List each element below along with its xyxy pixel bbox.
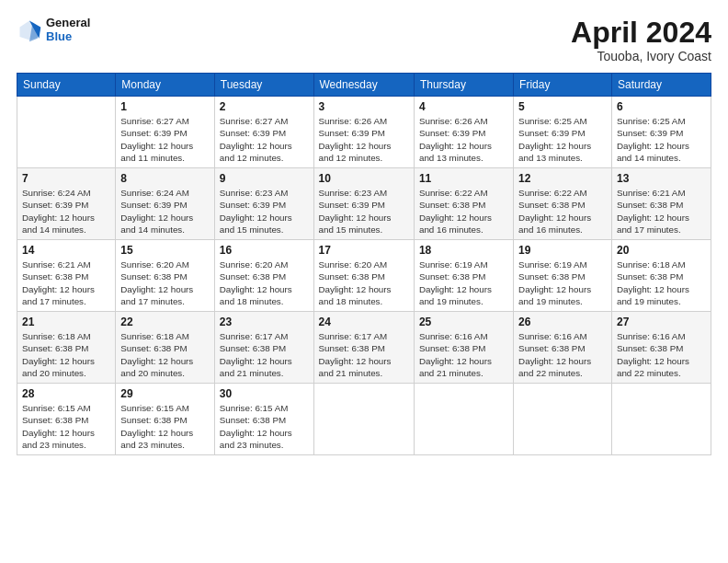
logo-text: General Blue	[46, 17, 90, 44]
day-number: 1	[120, 100, 209, 113]
calendar-cell: 3Sunrise: 6:26 AMSunset: 6:39 PMDaylight…	[313, 97, 414, 168]
day-number: 8	[120, 172, 209, 185]
day-detail: Sunrise: 6:17 AMSunset: 6:38 PMDaylight:…	[220, 330, 309, 379]
calendar-cell: 22Sunrise: 6:18 AMSunset: 6:38 PMDayligh…	[116, 312, 214, 384]
day-number: 17	[319, 244, 409, 257]
calendar-cell: 11Sunrise: 6:22 AMSunset: 6:38 PMDayligh…	[414, 168, 513, 240]
day-detail: Sunrise: 6:25 AMSunset: 6:39 PMDaylight:…	[518, 115, 607, 164]
day-detail: Sunrise: 6:15 AMSunset: 6:38 PMDaylight:…	[120, 402, 209, 451]
day-number: 13	[617, 172, 706, 185]
calendar-cell: 7Sunrise: 6:24 AMSunset: 6:39 PMDaylight…	[17, 168, 116, 240]
calendar-cell: 15Sunrise: 6:20 AMSunset: 6:38 PMDayligh…	[116, 240, 214, 312]
day-detail: Sunrise: 6:27 AMSunset: 6:39 PMDaylight:…	[120, 115, 209, 164]
day-number: 28	[22, 387, 110, 400]
day-detail: Sunrise: 6:19 AMSunset: 6:38 PMDaylight:…	[518, 259, 607, 307]
day-detail: Sunrise: 6:20 AMSunset: 6:38 PMDaylight:…	[319, 259, 409, 307]
logo-icon	[17, 17, 42, 43]
day-number: 6	[617, 100, 706, 113]
week-row-2: 7Sunrise: 6:24 AMSunset: 6:39 PMDaylight…	[17, 168, 711, 240]
day-number: 11	[419, 172, 508, 185]
calendar-cell: 28Sunrise: 6:15 AMSunset: 6:38 PMDayligh…	[17, 384, 116, 455]
logo: General Blue	[17, 17, 90, 44]
calendar-cell: 8Sunrise: 6:24 AMSunset: 6:39 PMDaylight…	[116, 168, 214, 240]
calendar-cell: 10Sunrise: 6:23 AMSunset: 6:39 PMDayligh…	[313, 168, 414, 240]
day-detail: Sunrise: 6:27 AMSunset: 6:39 PMDaylight:…	[220, 115, 309, 164]
week-row-4: 21Sunrise: 6:18 AMSunset: 6:38 PMDayligh…	[17, 312, 711, 384]
day-number: 23	[220, 316, 309, 328]
weekday-header-row: SundayMondayTuesdayWednesdayThursdayFrid…	[17, 74, 711, 97]
header: General Blue April 2024 Touoba, Ivory Co…	[17, 17, 711, 63]
day-detail: Sunrise: 6:20 AMSunset: 6:38 PMDaylight:…	[120, 259, 209, 307]
day-number: 7	[22, 172, 110, 185]
day-detail: Sunrise: 6:23 AMSunset: 6:39 PMDaylight:…	[220, 187, 309, 236]
day-detail: Sunrise: 6:21 AMSunset: 6:38 PMDaylight:…	[617, 187, 706, 236]
day-detail: Sunrise: 6:23 AMSunset: 6:39 PMDaylight:…	[319, 187, 409, 236]
calendar-table: SundayMondayTuesdayWednesdayThursdayFrid…	[17, 73, 711, 455]
calendar-cell: 24Sunrise: 6:17 AMSunset: 6:38 PMDayligh…	[313, 312, 414, 384]
day-detail: Sunrise: 6:25 AMSunset: 6:39 PMDaylight:…	[617, 115, 706, 164]
weekday-header-sunday: Sunday	[17, 74, 116, 97]
day-number: 4	[419, 100, 508, 113]
calendar-cell: 1Sunrise: 6:27 AMSunset: 6:39 PMDaylight…	[116, 97, 214, 168]
day-detail: Sunrise: 6:18 AMSunset: 6:38 PMDaylight:…	[22, 330, 110, 379]
logo-line1: General	[46, 17, 90, 30]
week-row-1: 1Sunrise: 6:27 AMSunset: 6:39 PMDaylight…	[17, 97, 711, 168]
calendar-cell: 29Sunrise: 6:15 AMSunset: 6:38 PMDayligh…	[116, 384, 214, 455]
calendar-cell: 6Sunrise: 6:25 AMSunset: 6:39 PMDaylight…	[611, 97, 711, 168]
day-detail: Sunrise: 6:15 AMSunset: 6:38 PMDaylight:…	[220, 402, 309, 451]
day-detail: Sunrise: 6:24 AMSunset: 6:39 PMDaylight:…	[22, 187, 110, 236]
day-number: 3	[319, 100, 409, 113]
weekday-header-thursday: Thursday	[414, 74, 513, 97]
day-detail: Sunrise: 6:17 AMSunset: 6:38 PMDaylight:…	[319, 330, 409, 379]
calendar-cell	[514, 384, 612, 455]
calendar-cell: 9Sunrise: 6:23 AMSunset: 6:39 PMDaylight…	[214, 168, 313, 240]
weekday-header-tuesday: Tuesday	[214, 74, 313, 97]
day-detail: Sunrise: 6:21 AMSunset: 6:38 PMDaylight:…	[22, 259, 110, 307]
weekday-header-friday: Friday	[514, 74, 612, 97]
calendar-cell	[611, 384, 711, 455]
day-detail: Sunrise: 6:24 AMSunset: 6:39 PMDaylight:…	[120, 187, 209, 236]
day-number: 14	[22, 244, 110, 257]
page: General Blue April 2024 Touoba, Ivory Co…	[0, 0, 728, 563]
calendar-cell: 23Sunrise: 6:17 AMSunset: 6:38 PMDayligh…	[214, 312, 313, 384]
day-number: 15	[120, 244, 209, 257]
day-number: 27	[617, 316, 706, 328]
day-number: 29	[120, 387, 209, 400]
calendar-cell: 26Sunrise: 6:16 AMSunset: 6:38 PMDayligh…	[514, 312, 612, 384]
calendar-cell: 20Sunrise: 6:18 AMSunset: 6:38 PMDayligh…	[611, 240, 711, 312]
day-number: 12	[518, 172, 607, 185]
day-detail: Sunrise: 6:26 AMSunset: 6:39 PMDaylight:…	[319, 115, 409, 164]
day-detail: Sunrise: 6:22 AMSunset: 6:38 PMDaylight:…	[419, 187, 508, 236]
logo-line2: Blue	[46, 30, 90, 44]
day-detail: Sunrise: 6:18 AMSunset: 6:38 PMDaylight:…	[120, 330, 209, 379]
week-row-5: 28Sunrise: 6:15 AMSunset: 6:38 PMDayligh…	[17, 384, 711, 455]
calendar-cell	[313, 384, 414, 455]
day-detail: Sunrise: 6:20 AMSunset: 6:38 PMDaylight:…	[220, 259, 309, 307]
day-detail: Sunrise: 6:16 AMSunset: 6:38 PMDaylight:…	[617, 330, 706, 379]
day-number: 16	[220, 244, 309, 257]
calendar-cell: 19Sunrise: 6:19 AMSunset: 6:38 PMDayligh…	[514, 240, 612, 312]
day-number: 21	[22, 316, 110, 328]
day-number: 18	[419, 244, 508, 257]
title-block: April 2024 Touoba, Ivory Coast	[571, 17, 711, 63]
day-detail: Sunrise: 6:22 AMSunset: 6:38 PMDaylight:…	[518, 187, 607, 236]
day-number: 20	[617, 244, 706, 257]
day-detail: Sunrise: 6:18 AMSunset: 6:38 PMDaylight:…	[617, 259, 706, 307]
day-number: 19	[518, 244, 607, 257]
day-detail: Sunrise: 6:16 AMSunset: 6:38 PMDaylight:…	[518, 330, 607, 379]
month-title: April 2024	[571, 17, 711, 49]
day-detail: Sunrise: 6:16 AMSunset: 6:38 PMDaylight:…	[419, 330, 508, 379]
calendar-cell: 18Sunrise: 6:19 AMSunset: 6:38 PMDayligh…	[414, 240, 513, 312]
weekday-header-saturday: Saturday	[611, 74, 711, 97]
calendar-cell	[17, 97, 116, 168]
calendar-cell: 5Sunrise: 6:25 AMSunset: 6:39 PMDaylight…	[514, 97, 612, 168]
day-number: 9	[220, 172, 309, 185]
day-detail: Sunrise: 6:15 AMSunset: 6:38 PMDaylight:…	[22, 402, 110, 451]
calendar-cell: 25Sunrise: 6:16 AMSunset: 6:38 PMDayligh…	[414, 312, 513, 384]
calendar-cell: 13Sunrise: 6:21 AMSunset: 6:38 PMDayligh…	[611, 168, 711, 240]
day-number: 24	[319, 316, 409, 328]
calendar-cell: 12Sunrise: 6:22 AMSunset: 6:38 PMDayligh…	[514, 168, 612, 240]
day-number: 26	[518, 316, 607, 328]
calendar-cell: 4Sunrise: 6:26 AMSunset: 6:39 PMDaylight…	[414, 97, 513, 168]
calendar-cell: 17Sunrise: 6:20 AMSunset: 6:38 PMDayligh…	[313, 240, 414, 312]
